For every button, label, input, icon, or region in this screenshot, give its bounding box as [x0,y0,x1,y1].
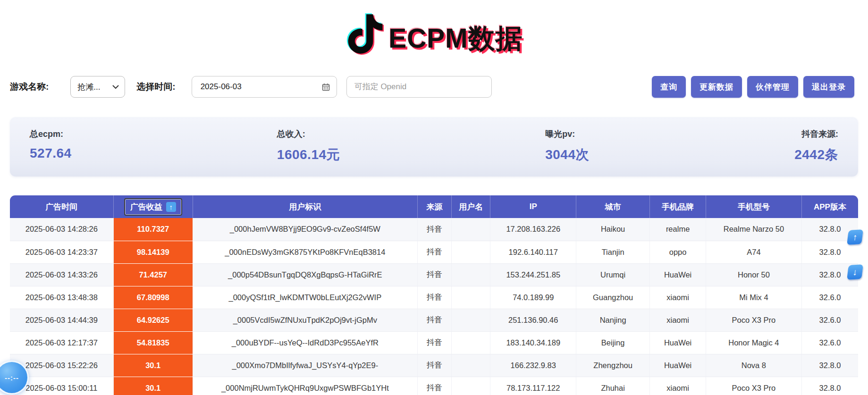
cell-model: Poco X3 Pro [706,309,801,331]
cell-openid: _000uBYDF--usYeQ--IdRdD3Pc955AeYfR [193,331,417,354]
cell-ip: 153.244.251.85 [490,263,576,286]
cell-brand: HuaWei [650,331,706,354]
revenue-sort-label: 广告收益 [130,202,162,212]
cell-brand: oppo [650,241,706,263]
table-row: 2025-06-03 14:33:2671.4257_000p54DBsunTg… [10,263,858,286]
stat-value: 1606.14元 [277,146,340,164]
update-data-button[interactable]: 更新数据 [691,76,742,98]
page-title: ECPM数据 [388,21,523,57]
calendar-icon [322,83,330,91]
stat-label: 抖音来源: [794,128,838,140]
cell-username [451,241,490,263]
game-select-value: 抢滩... [77,82,100,92]
table-row: 2025-06-03 14:23:3798.14139_000nEDsWy3mG… [10,241,858,263]
col-header-city: 城市 [576,195,649,218]
sort-up-arrow-icon: ↑ [166,202,176,212]
cell-city: Haikou [576,218,649,241]
revenue-sort-button[interactable]: 广告收益 ↑ [124,198,182,216]
cell-openid: _000Xmo7DMbIlfyfwaJ_USYsY4-qYp2E9- [193,354,417,377]
cell-username [451,218,490,241]
cell-source: 抖音 [417,354,451,377]
col-header-ad-revenue: 广告收益 ↑ [113,195,193,218]
openid-input[interactable] [346,76,492,98]
cell-model: Honor Magic 4 [706,331,801,354]
cell-ip: 17.208.163.226 [490,218,576,241]
cell-brand: xiaomi [650,309,706,331]
cell-city: Zhuhai [576,377,649,395]
cell-model: Honor 50 [706,263,801,286]
cell-revenue: 64.92625 [113,309,193,331]
cell-model: Realme Narzo 50 [706,218,801,241]
scroll-down-button[interactable]: ↓ [847,264,863,280]
tiktok-note-icon [345,8,386,60]
stat-total-revenue: 总收入: 1606.14元 [277,128,340,176]
cell-revenue: 71.4257 [113,263,193,286]
cell-brand: realme [650,218,706,241]
scroll-up-button[interactable]: ↑ [847,229,863,245]
cell-source: 抖音 [417,309,451,331]
cell-model: Mi Mix 4 [706,286,801,309]
col-header-ip: IP [490,195,576,218]
cell-openid: _000p54DBsunTgqDQ8XgBqpsG-HTaGiRrE [193,263,417,286]
cell-ip: 78.173.117.122 [490,377,576,395]
cell-ip: 192.6.140.117 [490,241,576,263]
cell-revenue: 110.7327 [113,218,193,241]
cell-time: 2025-06-03 14:44:39 [10,309,113,331]
col-header-username: 用户名 [451,195,490,218]
cell-time: 2025-06-03 13:48:38 [10,286,113,309]
cell-source: 抖音 [417,377,451,395]
cell-brand: HuaWei [650,263,706,286]
cell-version: 32.6.0 [801,309,858,331]
col-header-version: APP版本 [801,195,858,218]
col-header-openid: 用户标识 [193,195,417,218]
cell-openid: _000yQSf1tR_lwKDMTW0bLEutXj2G2vWIP [193,286,417,309]
cell-revenue: 54.81835 [113,331,193,354]
table-row: 2025-06-03 12:17:3754.81835_000uBYDF--us… [10,331,858,354]
cell-username [451,377,490,395]
cell-city: Guangzhou [576,286,649,309]
game-select[interactable]: 抢滩... [70,76,125,98]
stat-label: 总ecpm: [30,128,72,140]
cell-brand: HuaWei [650,354,706,377]
ecpm-table: 广告时间 广告收益 ↑ 用户标识 来源 用户名 IP 城市 手机品牌 手机型号 … [10,195,858,395]
logout-button[interactable]: 退出登录 [803,76,854,98]
cell-username [451,354,490,377]
cell-username [451,286,490,309]
stat-total-ecpm: 总ecpm: 527.64 [30,128,72,176]
cell-openid: _000nEDsWy3mGK875YKtPo8KFVnEqB3814 [193,241,417,263]
cell-ip: 251.136.90.46 [490,309,576,331]
cell-username [451,263,490,286]
cell-version: 32.8.0 [801,354,858,377]
cell-version: 32.6.0 [801,331,858,354]
table-row: 2025-06-03 14:44:3964.92625_0005VcdI5wZf… [10,309,858,331]
cell-source: 抖音 [417,218,451,241]
cell-time: 2025-06-03 12:17:37 [10,331,113,354]
col-header-model: 手机型号 [706,195,801,218]
cell-source: 抖音 [417,241,451,263]
table-row: 2025-06-03 15:00:1130.1_000NmjRUwmTykQHR… [10,377,858,395]
table-header-row: 广告时间 广告收益 ↑ 用户标识 来源 用户名 IP 城市 手机品牌 手机型号 … [10,195,858,218]
cell-source: 抖音 [417,331,451,354]
cell-username [451,331,490,354]
stat-value: 2442条 [794,146,838,164]
cell-brand: xiaomi [650,286,706,309]
cell-city: Nanjing [576,309,649,331]
col-header-source: 来源 [417,195,451,218]
cell-model: Nova 8 [706,354,801,377]
query-button[interactable]: 查询 [652,76,686,98]
cell-source: 抖音 [417,286,451,309]
date-picker-input[interactable]: 2025-06-03 [192,76,337,98]
cell-city: Zhengzhou [576,354,649,377]
cell-version: 32.8.0 [801,377,858,395]
cell-revenue: 30.1 [113,377,193,395]
cell-version: 32.6.0 [801,286,858,309]
cell-revenue: 98.14139 [113,241,193,263]
cell-city: Beijing [576,331,649,354]
cell-username [451,309,490,331]
cell-city: Urumqi [576,263,649,286]
partner-manage-button[interactable]: 伙伴管理 [747,76,798,98]
stats-summary-bar: 总ecpm: 527.64 总收入: 1606.14元 曝光pv: 3044次 … [10,117,858,176]
cell-source: 抖音 [417,263,451,286]
filter-bar: 游戏名称: 抢滩... 选择时间: 2025-06-03 查询 更新数据 伙伴管… [10,76,854,98]
stat-exposure-pv: 曝光pv: 3044次 [545,128,589,176]
